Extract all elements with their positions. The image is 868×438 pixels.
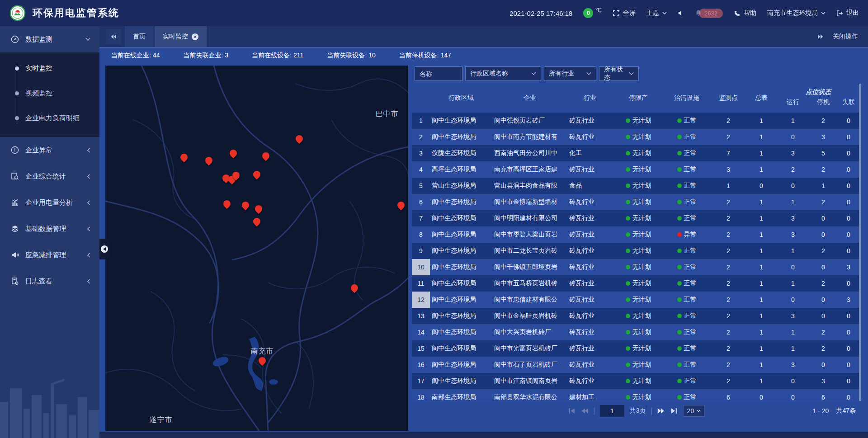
cell-facility-status: 正常 bbox=[664, 259, 709, 275]
cell-stopped: 2 bbox=[811, 324, 836, 340]
stat-label: 当前在线企业: bbox=[111, 52, 151, 59]
header-total-meter: 总表 bbox=[747, 84, 775, 113]
name-filter-input[interactable] bbox=[420, 70, 458, 77]
table-row[interactable]: 14 阆中生态环境局 阆中大兴页岩机砖厂 砖瓦行业 无计划 正常 2 1 1 2… bbox=[412, 324, 861, 340]
fullscreen-button[interactable]: 全屏 bbox=[613, 9, 636, 17]
double-chevron-right-icon[interactable] bbox=[817, 34, 824, 39]
stat-value: 147 bbox=[441, 52, 451, 59]
cell-lost: 0 bbox=[836, 145, 861, 161]
pagination-bar: 1 共3页 20 bbox=[412, 401, 861, 420]
row-number: 4 bbox=[412, 161, 430, 178]
tabbar: 首页 实时监控 × 关闭操作 bbox=[99, 26, 868, 47]
table-row[interactable]: 8 阆中生态环境局 阆中市枣碧大梁山页岩 砖瓦行业 无计划 异常 2 1 3 0… bbox=[412, 226, 861, 243]
table-row[interactable]: 17 阆中生态环境局 阆中市江南镇阆南页岩 砖瓦行业 无计划 正常 2 1 0 … bbox=[412, 373, 861, 389]
table-row[interactable]: 4 高坪生态环境局 南充市高坪区王家店建 砖瓦行业 无计划 正常 3 1 2 2… bbox=[412, 161, 861, 178]
table-row[interactable]: 16 阆中生态环境局 阆中市石子页岩机砖厂 砖瓦行业 无计划 正常 2 1 3 … bbox=[412, 357, 861, 373]
cell-stop-status: 无计划 bbox=[613, 275, 664, 292]
stat-label: 当前停机设备: bbox=[399, 52, 439, 59]
table-row[interactable]: 13 阆中生态环境局 阆中市金福旺页岩机砖 砖瓦行业 无计划 正常 2 1 3 … bbox=[412, 308, 861, 324]
logout-icon bbox=[836, 10, 843, 17]
theme-dropdown[interactable]: 主题 bbox=[646, 9, 667, 17]
cell-region: 高坪生态环境局 bbox=[430, 161, 492, 178]
sidebar-submenu: 实时监控 视频监控 企业电力负荷明细 bbox=[0, 52, 99, 137]
previous-page-button[interactable] bbox=[581, 408, 589, 414]
table-row[interactable]: 7 阆中生态环境局 阆中明阳建材有限公司 砖瓦行业 无计划 正常 2 1 3 0… bbox=[412, 210, 861, 226]
cell-facility-status: 正常 bbox=[664, 243, 709, 259]
cell-stop-status: 无计划 bbox=[613, 324, 664, 340]
sidebar-item-data-monitoring[interactable]: 数据监测 bbox=[0, 26, 99, 52]
table-row[interactable]: 9 阆中生态环境局 阆中市二龙长宝页岩砖 砖瓦行业 无计划 正常 2 1 1 2… bbox=[412, 243, 861, 259]
status-dot-green bbox=[626, 330, 630, 334]
table-row[interactable]: 10 阆中生态环境局 阆中千佛镇五郎垭页岩 砖瓦行业 无计划 正常 2 1 0 … bbox=[412, 259, 861, 275]
status-dot-green bbox=[626, 297, 630, 302]
table-scrollbar[interactable] bbox=[859, 84, 861, 401]
sidebar-collapse-handle[interactable] bbox=[99, 239, 109, 259]
industry-filter-select[interactable]: 所有行业 bbox=[544, 66, 596, 81]
tab-close-icon[interactable]: × bbox=[192, 33, 198, 40]
sidebar-item-base-data[interactable]: 基础数据管理 bbox=[0, 216, 99, 242]
stat-item: 当前失联设备:10 bbox=[327, 52, 377, 60]
map[interactable]: 巴中市 南充市 遂宁市 bbox=[105, 66, 408, 431]
name-filter-field[interactable] bbox=[415, 66, 462, 81]
logout-button[interactable]: 退出 bbox=[836, 9, 859, 17]
sidebar-item-enterprise-abnormal[interactable]: 企业异常 bbox=[0, 137, 99, 163]
cell-industry: 砖瓦行业 bbox=[567, 308, 613, 324]
cell-running: 3 bbox=[775, 210, 811, 226]
next-page-button[interactable] bbox=[657, 408, 665, 414]
cell-monitor-points: 2 bbox=[709, 243, 747, 259]
cell-stop-status: 无计划 bbox=[613, 210, 664, 226]
megaphone-icon bbox=[11, 251, 19, 259]
city-skyline-decoration bbox=[0, 370, 99, 438]
table-row[interactable]: 5 营山生态环境局 营山县润丰肉食品有限 食品 无计划 正常 1 0 0 1 0 bbox=[412, 178, 861, 194]
user-dropdown[interactable]: 南充市生态环境局 bbox=[767, 9, 826, 17]
cell-lost: 0 bbox=[836, 308, 861, 324]
sidebar-item-enterprise-statistics[interactable]: 企业综合统计 bbox=[0, 163, 99, 189]
cell-facility-status: 正常 bbox=[664, 145, 709, 161]
sidebar-item-log-view[interactable]: 日志查看 bbox=[0, 268, 99, 294]
page-number-input[interactable]: 1 bbox=[600, 405, 624, 417]
table-row[interactable]: 15 阆中生态环境局 阆中市光富页岩机砖厂 砖瓦行业 无计划 正常 2 1 1 … bbox=[412, 340, 861, 357]
table-row[interactable]: 12 阆中生态环境局 阆中市忠信建材有限公 砖瓦行业 无计划 正常 2 1 0 … bbox=[412, 292, 861, 308]
sidebar-subitem[interactable]: 企业电力负荷明细 bbox=[0, 106, 99, 131]
sound-mute-button[interactable] bbox=[678, 10, 684, 16]
app-title: 环保用电监管系统 bbox=[33, 6, 119, 20]
notifications[interactable]: 2632 bbox=[695, 9, 723, 18]
chevron-down-icon bbox=[662, 12, 667, 15]
status-dot-green bbox=[626, 314, 630, 318]
row-number: 8 bbox=[412, 226, 430, 243]
cell-facility-status: 异常 bbox=[664, 226, 709, 243]
tab-home[interactable]: 首页 bbox=[125, 26, 154, 47]
sidebar-item-emergency-reduction[interactable]: 应急减排管理 bbox=[0, 242, 99, 268]
sidebar-subitem[interactable]: 视频监控 bbox=[0, 81, 99, 106]
table-row[interactable]: 6 阆中生态环境局 阆中市金博瑞新型墙材 砖瓦行业 无计划 正常 2 1 1 2… bbox=[412, 194, 861, 210]
last-page-button[interactable] bbox=[670, 408, 678, 414]
table-row[interactable]: 1 阆中生态环境局 阆中强锐页岩砖厂 砖瓦行业 无计划 正常 2 1 1 2 0 bbox=[412, 113, 861, 129]
page-size-select[interactable]: 20 bbox=[683, 405, 705, 417]
table-header: 行政区域 企业 行业 停限产 治污设施 监测点 总表 点位状态 运行 停机 失联 bbox=[412, 84, 861, 113]
cell-company: 营山县润丰肉食品有限 bbox=[492, 178, 567, 194]
table-row[interactable]: 18 南部生态环境局 南部县双华水泥有限公 建材加工 无计划 正常 6 0 0 … bbox=[412, 389, 861, 401]
status-dot-green bbox=[626, 200, 630, 204]
cell-industry: 砖瓦行业 bbox=[567, 259, 613, 275]
cell-total-meter: 1 bbox=[747, 226, 775, 243]
facility-status-dot bbox=[677, 200, 682, 204]
sidebar-item-power-analysis[interactable]: 企业用电量分析 bbox=[0, 189, 99, 216]
cell-stopped: 2 bbox=[811, 243, 836, 259]
cell-stopped: 2 bbox=[811, 275, 836, 292]
tab-realtime-monitoring[interactable]: 实时监控 × bbox=[155, 26, 207, 47]
close-operations-button[interactable]: 关闭操作 bbox=[833, 33, 858, 41]
sidebar-subitem[interactable]: 实时监控 bbox=[0, 56, 99, 81]
stat-value: 10 bbox=[368, 52, 376, 59]
row-number: 2 bbox=[412, 129, 430, 145]
table-row[interactable]: 3 仪陇生态环境局 西南油气田分公司川中 化工 无计划 正常 7 1 3 5 0 bbox=[412, 145, 861, 161]
help-button[interactable]: 帮助 bbox=[734, 9, 756, 17]
region-filter-select[interactable]: 行政区域名称 bbox=[465, 66, 541, 81]
status-filter-select[interactable]: 所有状态 bbox=[599, 66, 639, 81]
cell-industry: 砖瓦行业 bbox=[567, 292, 613, 308]
table-row[interactable]: 11 阆中生态环境局 阆中市五马桥页岩机砖 砖瓦行业 无计划 正常 2 1 1 … bbox=[412, 275, 861, 292]
row-number: 18 bbox=[412, 389, 430, 401]
first-page-button[interactable] bbox=[568, 408, 576, 414]
table-row[interactable]: 2 阆中生态环境局 阆中市南方节能建材有 砖瓦行业 无计划 正常 2 1 0 3… bbox=[412, 129, 861, 145]
cell-total-meter: 1 bbox=[747, 129, 775, 145]
tabs-scroll-left-button[interactable] bbox=[106, 29, 121, 44]
